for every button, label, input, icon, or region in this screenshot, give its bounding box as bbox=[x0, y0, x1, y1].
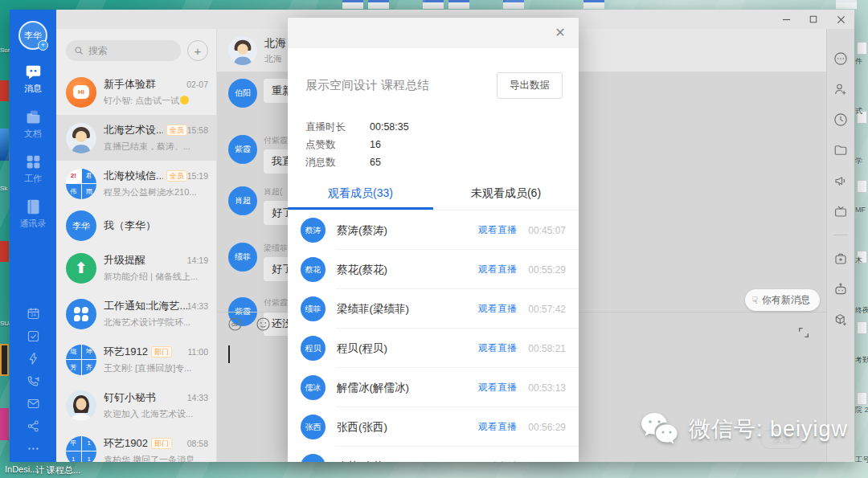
more-circle-icon[interactable] bbox=[833, 51, 848, 66]
member-row: 程贝程贝(程贝)观看直播00:58:21 bbox=[288, 329, 579, 368]
member-row: 张萏张萏(张萏)观看直播00:52:41 bbox=[288, 447, 579, 462]
calendar-icon[interactable]: 24 bbox=[27, 307, 40, 321]
watch-live-link[interactable]: 观看直播 bbox=[478, 381, 517, 394]
chat-list-item[interactable]: 工作通知:北海艺...14:33北海艺术设计学院环... bbox=[56, 291, 216, 337]
chat-time: 11:00 bbox=[188, 347, 209, 357]
chat-subtitle: 欢迎加入 北海艺术设... bbox=[104, 408, 208, 420]
call-icon[interactable] bbox=[27, 374, 40, 388]
expand-icon[interactable] bbox=[797, 326, 810, 342]
add-member-icon[interactable] bbox=[833, 82, 848, 96]
todo-icon[interactable] bbox=[27, 329, 40, 343]
stat-value: 00:58:35 bbox=[370, 118, 409, 136]
watch-live-link[interactable]: 观看直播 bbox=[478, 460, 517, 462]
chat-subtitle: 北海艺术设计学院环... bbox=[104, 317, 208, 329]
message-avatar: 紫霞 bbox=[228, 135, 257, 164]
member-avatar: 儒冰 bbox=[301, 375, 326, 400]
chat-name: 北海艺术设... bbox=[104, 123, 163, 137]
watch-live-link[interactable]: 观看直播 bbox=[478, 420, 517, 434]
add-chat-button[interactable]: + bbox=[187, 40, 208, 61]
desktop-window-fragment bbox=[583, 0, 604, 9]
chat-avatar: 平111 bbox=[66, 436, 96, 463]
chat-name: 北海校域信... bbox=[104, 169, 163, 183]
more-dots-icon[interactable] bbox=[27, 442, 40, 456]
desktop-window-fragment bbox=[342, 0, 363, 9]
chat-list-item[interactable]: 北海艺术设...全员15:58直播已结束，蔡涛、... bbox=[56, 115, 216, 161]
chat-list-item[interactable]: 琨坤芳齐环艺1912部门11:00王文刚: [直播回放]专... bbox=[56, 337, 216, 382]
work-grid-icon bbox=[25, 153, 42, 170]
chat-time: 14:33 bbox=[187, 301, 208, 311]
desktop-icon-label: 工号 bbox=[855, 455, 868, 465]
watermark: 微信号: beiyigw bbox=[639, 411, 848, 447]
chat-list-item[interactable]: HI新手体验群02-07钉小智: 点击试一试 bbox=[56, 69, 216, 115]
desktop-icon-label: 式 bbox=[855, 106, 862, 116]
watch-live-link[interactable]: 观看直播 bbox=[478, 341, 517, 355]
desktop-doc-icon bbox=[857, 321, 867, 334]
folder-icon[interactable] bbox=[833, 143, 848, 157]
mail-icon[interactable] bbox=[27, 397, 40, 411]
announcement-icon[interactable] bbox=[833, 174, 848, 188]
sidebar-item-contacts[interactable]: 通讯录 bbox=[20, 198, 47, 230]
desktop-icon-label: 学 bbox=[855, 156, 862, 166]
share-icon[interactable] bbox=[27, 419, 40, 433]
maximize-icon[interactable] bbox=[800, 10, 827, 29]
plugin-cube-icon[interactable] bbox=[833, 313, 848, 327]
chat-time: 15:19 bbox=[187, 171, 208, 181]
new-message-label: 你有新消息 bbox=[762, 293, 810, 307]
chat-list-item[interactable]: 平111环艺1902部门08:58袁柏华 撤回了一条消息 bbox=[56, 428, 216, 462]
member-name: 梁绩菲(梁绩菲) bbox=[337, 302, 478, 317]
chat-time: 14:33 bbox=[187, 393, 208, 402]
history-icon[interactable] bbox=[833, 112, 848, 127]
live-tv-icon[interactable] bbox=[833, 204, 848, 219]
robot-icon[interactable] bbox=[833, 282, 848, 296]
chat-list-item[interactable]: 2!君伟雨北海校域信...全员15:19程昱为公益树浇水210... bbox=[56, 161, 216, 206]
member-name: 解儒冰(解儒冰) bbox=[337, 381, 478, 395]
message-avatar: 伯阳 bbox=[228, 79, 257, 108]
chat-list-item[interactable]: ⬆升级提醒14:19新功能介绍 | 储备线上... bbox=[56, 245, 216, 291]
stat-row: 直播时长00:58:35 bbox=[305, 118, 579, 136]
chat-badge: 全员 bbox=[166, 125, 187, 136]
tab-not-watched[interactable]: 未观看成员(6) bbox=[433, 179, 579, 210]
sidebar-item-docs[interactable]: 文档 bbox=[20, 108, 47, 140]
watch-live-link[interactable]: 观看直播 bbox=[478, 302, 517, 316]
gif-icon[interactable]: GIF bbox=[227, 317, 243, 332]
minimize-icon[interactable] bbox=[772, 10, 800, 29]
export-data-button[interactable]: 导出数据 bbox=[497, 72, 563, 99]
svg-text:GIF: GIF bbox=[231, 322, 240, 327]
tab-watched[interactable]: 观看成员(33) bbox=[288, 179, 433, 210]
close-icon[interactable]: ✕ bbox=[553, 26, 567, 40]
search-input[interactable]: 搜索 bbox=[66, 40, 181, 61]
chat-list-panel: 搜索 + HI新手体验群02-07钉小智: 点击试一试北海艺术设...全员15:… bbox=[56, 29, 217, 462]
nav-rail: 李华 + 消息文档工作通讯录 24 bbox=[10, 10, 56, 462]
stat-row: 消息数65 bbox=[305, 153, 579, 171]
right-toolbar bbox=[826, 29, 854, 462]
flash-icon[interactable] bbox=[27, 352, 40, 366]
add-app-icon[interactable] bbox=[833, 251, 848, 266]
avatar-plus-badge: + bbox=[38, 40, 48, 51]
sidebar-item-messages[interactable]: 消息 bbox=[20, 63, 47, 95]
chat-list-item[interactable]: 钉钉小秘书14:33欢迎加入 北海艺术设... bbox=[56, 382, 216, 428]
chat-subtitle: 直播已结束，蔡涛、... bbox=[104, 141, 208, 153]
upgrade-arrow-icon: ⬆ bbox=[66, 253, 96, 284]
modal-header: ✕ bbox=[288, 18, 579, 48]
conversation-subtitle: 北海 bbox=[264, 53, 286, 65]
wechat-icon bbox=[639, 411, 681, 447]
close-icon[interactable] bbox=[827, 10, 854, 29]
desktop-icon-fragment bbox=[0, 241, 9, 262]
sidebar-item-work[interactable]: 工作 bbox=[20, 153, 47, 185]
chat-list-item[interactable]: 李华我（李华） bbox=[56, 206, 216, 245]
watch-live-link[interactable]: 观看直播 bbox=[478, 263, 517, 276]
desktop-icon-label: 院 20 bbox=[855, 405, 868, 415]
modal-title: 展示空间设计 课程总结 bbox=[305, 78, 429, 93]
sidebar-item-label: 文档 bbox=[24, 128, 42, 140]
member-list: 蔡涛蔡涛(蔡涛)观看直播00:45:07蔡花蔡花(蔡花)观看直播00:55:29… bbox=[288, 210, 579, 462]
chat-name: 我（李华） bbox=[104, 219, 156, 233]
member-avatar: 张萏 bbox=[301, 454, 326, 462]
member-name: 蔡花(蔡花) bbox=[337, 263, 478, 277]
emoji-icon[interactable] bbox=[256, 317, 271, 332]
desktop-icon-label: 考勤 bbox=[855, 355, 868, 366]
new-message-pill[interactable]: ☟ 你有新消息 bbox=[745, 289, 820, 311]
desktop-doc-icon bbox=[857, 392, 867, 405]
watch-live-link[interactable]: 观看直播 bbox=[478, 223, 517, 237]
stat-row: 点赞数16 bbox=[305, 136, 579, 153]
user-avatar[interactable]: 李华 + bbox=[18, 21, 47, 50]
